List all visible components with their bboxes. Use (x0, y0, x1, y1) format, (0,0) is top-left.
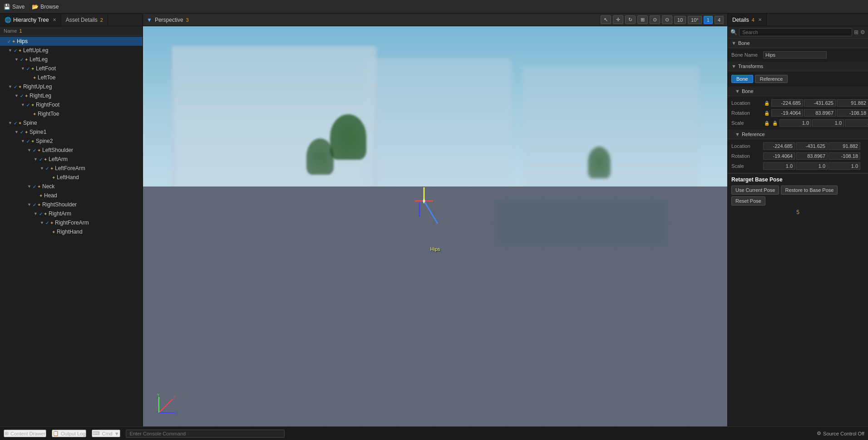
rotate-tool[interactable]: ↻ (625, 15, 636, 24)
viewport[interactable]: Hips X Y Z (143, 26, 727, 426)
tree-item-leftarm[interactable]: ▼✓✦LeftArm (0, 155, 143, 164)
rot-y-input[interactable] (804, 109, 836, 117)
tree-expand-rightupleg[interactable]: ▼ (8, 84, 13, 89)
ref-loc-y-input[interactable] (796, 142, 828, 150)
tree-expand-leftfoot[interactable]: ▼ (21, 66, 25, 71)
rot-x-input[interactable] (771, 109, 803, 117)
console-input[interactable] (126, 430, 285, 438)
location-lock-icon[interactable]: 🔒 (764, 101, 769, 106)
loc-y-input[interactable] (804, 99, 836, 107)
save-button[interactable]: 💾 Save (4, 4, 25, 10)
tree-item-neck[interactable]: ▼✓✦Neck (0, 182, 143, 191)
reset-pose-button[interactable]: Reset Pose (731, 196, 765, 205)
tree-expand-leftshoulder[interactable]: ▼ (27, 148, 32, 152)
tree-item-rightforearm[interactable]: ▼✓✦RightForeArm (0, 218, 143, 227)
tree-item-leftupleg[interactable]: ▼✓✦LeftUpLeg (0, 46, 143, 55)
bone-tab[interactable]: Bone (731, 75, 753, 83)
hierarchy-tree-close[interactable]: ✕ (53, 17, 56, 22)
scale-y-input[interactable] (812, 119, 844, 127)
tree-expand-leftarm[interactable]: ▼ (34, 157, 38, 161)
content-drawer-button[interactable]: ⊞ Content Drawer (4, 430, 46, 437)
tree-label-righttoe: RightToe (38, 111, 59, 117)
ref-scale-y-input[interactable] (796, 162, 828, 170)
loc-x-input[interactable] (771, 99, 803, 107)
search-input[interactable] (739, 28, 852, 36)
tree-item-rightleg[interactable]: ▼✓✦RightLeg (0, 91, 143, 100)
scale-lock2-icon[interactable]: 🔒 (772, 121, 778, 126)
ref-loc-z-input[interactable] (829, 142, 860, 150)
ref-rot-x-input[interactable] (763, 152, 795, 160)
tab-details[interactable]: Details 4 ✕ (728, 14, 767, 26)
ref-rot-z-input[interactable] (829, 152, 860, 160)
grid10-tool[interactable]: 10 (674, 16, 686, 24)
transforms-section-header[interactable]: ▼ Transforms (728, 62, 868, 71)
ref-scale-x-input[interactable] (763, 162, 795, 170)
mode-tool[interactable]: ⊙ (662, 15, 672, 24)
loc-z-input[interactable] (837, 99, 868, 107)
rotation-lock-icon[interactable]: 🔒 (764, 111, 769, 116)
tree-item-head[interactable]: ✦Head (0, 191, 143, 200)
ref-loc-x-input[interactable] (763, 142, 795, 150)
reference-tab[interactable]: Reference (755, 75, 788, 83)
tree-expand-spine2[interactable]: ▼ (21, 139, 25, 143)
cmd-button[interactable]: ⌨ Cmd ▼ (92, 430, 120, 437)
check-spine2: ✓ (26, 139, 30, 144)
tree-expand-rightshoulder[interactable]: ▼ (27, 202, 32, 207)
settings-icon[interactable]: ⚙ (860, 29, 865, 35)
view-options-icon[interactable]: ⊞ (854, 29, 858, 35)
use-current-pose-button[interactable]: Use Current Pose (731, 186, 779, 195)
tree-expand-rightarm[interactable]: ▼ (34, 211, 38, 216)
retarget-section: Retarget Base Pose Use Current Pose Rest… (728, 173, 868, 218)
tree-expand-leftupleg[interactable]: ▼ (8, 48, 13, 53)
tree-expand-rightleg[interactable]: ▼ (15, 93, 19, 98)
tab-asset-details[interactable]: Asset Details 2 (61, 14, 108, 26)
restore-base-pose-button[interactable]: Restore to Base Pose (781, 186, 838, 195)
tree-item-hips[interactable]: ✓✦Hips (0, 37, 143, 46)
view4-tool[interactable]: 4 (715, 16, 724, 24)
scale-lock-icon[interactable]: 🔒 (764, 121, 769, 126)
tree-item-rightupleg[interactable]: ▼✓✦RightUpLeg (0, 82, 143, 91)
details-close[interactable]: ✕ (758, 17, 762, 22)
rot-z-input[interactable] (837, 109, 868, 117)
browse-button[interactable]: 📂 Browse (32, 4, 59, 10)
tree-expand-leftforearm[interactable]: ▼ (40, 166, 44, 171)
reference-subsection-header[interactable]: ▼ Reference (728, 130, 868, 139)
tree-expand-rightfoot[interactable]: ▼ (21, 103, 25, 107)
output-log-button[interactable]: 📋 Output Log (52, 430, 86, 437)
camera-tool[interactable]: ⊙ (650, 15, 660, 24)
tree-item-lefthand[interactable]: ✦LeftHand (0, 173, 143, 182)
tree-item-spine1[interactable]: ▼✓✦Spine1 (0, 127, 143, 137)
tree-expand-spine[interactable]: ▼ (8, 121, 13, 125)
ref-rot-y-input[interactable] (796, 152, 828, 160)
translate-tool[interactable]: ✛ (613, 15, 623, 24)
hierarchy-tree[interactable]: ✓✦Hips▼✓✦LeftUpLeg▼✓✦LeftLeg▼✓✦LeftFoot … (0, 36, 143, 426)
tree-item-leftfoot[interactable]: ▼✓✦LeftFoot (0, 64, 143, 73)
tree-item-leftforearm[interactable]: ▼✓✦LeftForeArm (0, 164, 143, 173)
tree-expand-spine1[interactable]: ▼ (15, 130, 19, 134)
scale-x-input[interactable] (779, 119, 811, 127)
scale-z-input[interactable] (845, 119, 868, 127)
bone-subsection-header[interactable]: ▼ Bone (728, 87, 868, 96)
tab-hierarchy-tree[interactable]: 🌐 Hierarchy Tree ✕ (0, 14, 61, 26)
tree-item-leftleg[interactable]: ▼✓✦LeftLeg (0, 55, 143, 64)
tree-item-righthand[interactable]: ✦RightHand (0, 227, 143, 236)
select-tool[interactable]: ↖ (601, 15, 611, 24)
tree-item-rightshoulder[interactable]: ▼✓✦RightShoulder (0, 200, 143, 209)
tree-item-lefttoe[interactable]: ✦LeftToe (0, 73, 143, 82)
tree-label-neck: Neck (42, 183, 54, 190)
tree-item-spine[interactable]: ▼✓✦Spine (0, 118, 143, 127)
bone-section-header[interactable]: ▼ Bone (728, 39, 868, 48)
tree-item-spine2[interactable]: ▼✓✦Spine2 (0, 137, 143, 146)
tree-expand-leftleg[interactable]: ▼ (15, 57, 19, 62)
scale-tool[interactable]: ⊞ (637, 15, 648, 24)
view1-tool[interactable]: 1 (704, 16, 713, 24)
tree-expand-neck[interactable]: ▼ (27, 184, 32, 189)
tree-item-righttoe[interactable]: ✦RightToe (0, 109, 143, 118)
tree-item-leftshoulder[interactable]: ▼✓✦LeftShoulder (0, 146, 143, 155)
ref-scale-z-input[interactable] (829, 162, 860, 170)
tree-item-rightfoot[interactable]: ▼✓✦RightFoot (0, 100, 143, 109)
tree-item-rightarm[interactable]: ▼✓✦RightArm (0, 209, 143, 218)
tree-expand-rightforearm[interactable]: ▼ (40, 220, 44, 225)
bone-name-input[interactable] (763, 51, 827, 59)
angle10-tool[interactable]: 10° (688, 16, 702, 24)
